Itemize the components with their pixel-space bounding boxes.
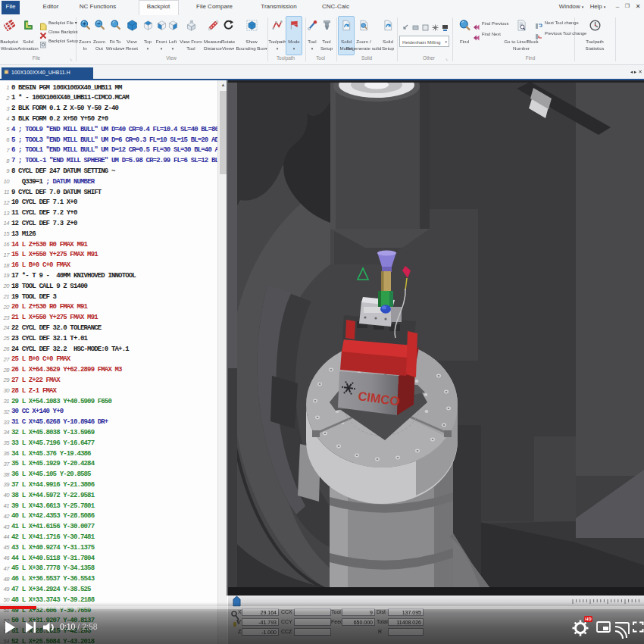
svg-text:HD: HD bbox=[585, 617, 591, 621]
